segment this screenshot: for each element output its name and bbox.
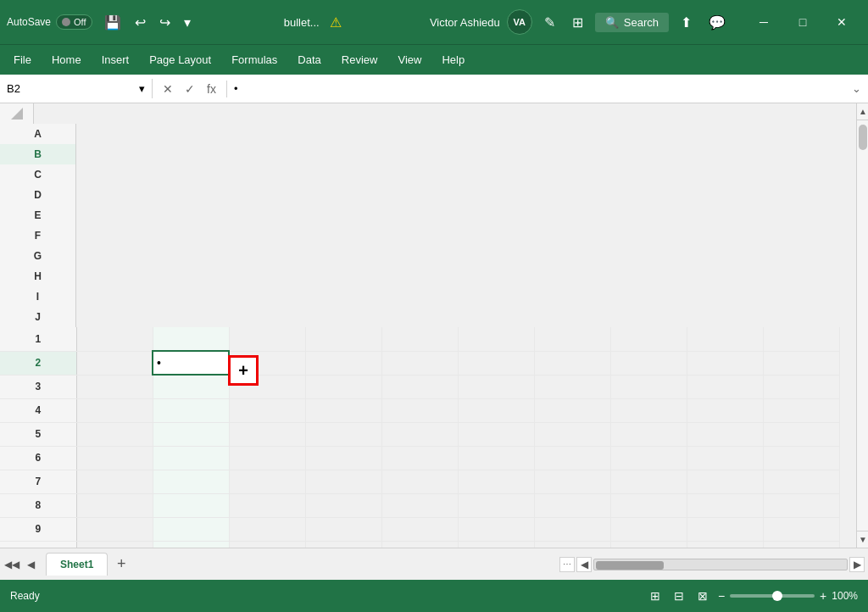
cell-D9[interactable] — [305, 517, 381, 541]
close-button[interactable]: ✕ — [822, 8, 861, 36]
cell-A9[interactable] — [76, 517, 153, 541]
col-header-B[interactable]: B — [0, 144, 76, 164]
cell-E5[interactable] — [381, 422, 458, 446]
cell-G5[interactable] — [534, 422, 610, 446]
cell-E6[interactable] — [381, 446, 458, 470]
cell-C9[interactable] — [229, 517, 305, 541]
scroll-thumb[interactable] — [859, 125, 867, 150]
name-box[interactable]: B2 ▾ — [0, 79, 153, 98]
cell-A2[interactable] — [76, 351, 153, 375]
zoom-out-button[interactable]: − — [718, 589, 725, 603]
cell-H10[interactable] — [610, 541, 687, 548]
cell-F10[interactable] — [458, 541, 534, 548]
cell-J10[interactable] — [763, 541, 839, 548]
cell-H3[interactable] — [610, 375, 687, 398]
menu-page-layout[interactable]: Page Layout — [139, 48, 221, 71]
col-header-A[interactable]: A — [0, 124, 76, 144]
quick-access-more-icon[interactable]: ▾ — [179, 11, 196, 34]
cell-A5[interactable] — [76, 422, 153, 446]
cell-J6[interactable] — [763, 446, 839, 470]
formula-expand-icon[interactable]: ⌄ — [845, 82, 868, 95]
cell-D2[interactable] — [305, 351, 381, 375]
vertical-scrollbar[interactable]: ▲ ▼ — [856, 103, 868, 548]
cell-B3[interactable] — [153, 375, 229, 398]
cell-B6[interactable] — [153, 446, 229, 470]
menu-formulas[interactable]: Formulas — [221, 48, 287, 71]
cell-B7[interactable] — [153, 470, 229, 493]
menu-home[interactable]: Home — [42, 48, 92, 71]
sheet-first-arrow[interactable]: ◀◀ — [3, 556, 20, 573]
menu-file[interactable]: File — [3, 48, 42, 71]
formula-confirm-btn[interactable]: ✓ — [181, 81, 198, 97]
cell-I4[interactable] — [687, 398, 763, 422]
cell-E8[interactable] — [381, 493, 458, 517]
cell-J9[interactable] — [763, 517, 839, 541]
row-header-9[interactable]: 9 — [0, 517, 76, 541]
save-icon[interactable]: 💾 — [99, 11, 126, 34]
cell-I6[interactable] — [687, 446, 763, 470]
row-header-8[interactable]: 8 — [0, 493, 76, 517]
view-normal-button[interactable]: ⊞ — [647, 587, 664, 604]
cell-F9[interactable] — [458, 517, 534, 541]
view-page-layout-button[interactable]: ⊟ — [670, 587, 687, 604]
cell-A1[interactable] — [76, 327, 153, 351]
menu-view[interactable]: View — [387, 48, 431, 71]
cell-B10[interactable] — [153, 541, 229, 548]
scroll-down-arrow[interactable]: ▼ — [857, 531, 868, 548]
h-scroll-track[interactable] — [593, 559, 848, 570]
cell-F5[interactable] — [458, 422, 534, 446]
menu-help[interactable]: Help — [431, 48, 475, 71]
cell-E7[interactable] — [381, 470, 458, 493]
cell-J4[interactable] — [763, 398, 839, 422]
row-header-3[interactable]: 3 — [0, 375, 76, 398]
cell-G2[interactable] — [534, 351, 610, 375]
cell-I10[interactable] — [687, 541, 763, 548]
menu-review[interactable]: Review — [331, 48, 388, 71]
more-options-icon[interactable]: ⋯ — [559, 557, 575, 572]
row-header-7[interactable]: 7 — [0, 470, 76, 493]
cell-D4[interactable] — [305, 398, 381, 422]
cell-F4[interactable] — [458, 398, 534, 422]
cell-B8[interactable] — [153, 493, 229, 517]
formula-input[interactable] — [227, 79, 845, 98]
cell-E4[interactable] — [381, 398, 458, 422]
cell-D7[interactable] — [305, 470, 381, 493]
zoom-track[interactable] — [730, 594, 815, 598]
cell-J3[interactable] — [763, 375, 839, 398]
cell-D6[interactable] — [305, 446, 381, 470]
row-header-6[interactable]: 6 — [0, 446, 76, 470]
cell-G4[interactable] — [534, 398, 610, 422]
cell-I3[interactable] — [687, 375, 763, 398]
scroll-track[interactable] — [857, 120, 868, 531]
cell-H2[interactable] — [610, 351, 687, 375]
cell-E9[interactable] — [381, 517, 458, 541]
cell-E2[interactable] — [381, 351, 458, 375]
cell-C10[interactable] — [229, 541, 305, 548]
cell-F3[interactable] — [458, 375, 534, 398]
grid-scroll-area[interactable]: A B C D E F G H I J — [0, 103, 856, 548]
cell-J7[interactable] — [763, 470, 839, 493]
cell-A10[interactable] — [76, 541, 153, 548]
cell-C4[interactable] — [229, 398, 305, 422]
redo-icon[interactable]: ↪ — [154, 11, 175, 34]
cell-F6[interactable] — [458, 446, 534, 470]
share-icon[interactable]: ⬆ — [676, 11, 697, 34]
cell-F8[interactable] — [458, 493, 534, 517]
cell-I5[interactable] — [687, 422, 763, 446]
cell-J1[interactable] — [763, 327, 839, 351]
col-header-I[interactable]: I — [0, 287, 76, 307]
cell-D3[interactable] — [305, 375, 381, 398]
cell-I7[interactable] — [687, 470, 763, 493]
col-header-H[interactable]: H — [0, 266, 76, 287]
cell-A3[interactable] — [76, 375, 153, 398]
col-header-D[interactable]: D — [0, 185, 76, 205]
cell-B5[interactable] — [153, 422, 229, 446]
cell-D5[interactable] — [305, 422, 381, 446]
col-header-J[interactable]: J — [0, 307, 76, 327]
menu-data[interactable]: Data — [287, 48, 331, 71]
cell-E1[interactable] — [381, 327, 458, 351]
row-header-10[interactable]: 10 — [0, 541, 76, 548]
cell-C7[interactable] — [229, 470, 305, 493]
autosave-toggle[interactable]: Off — [56, 14, 92, 30]
minimize-button[interactable]: ─ — [744, 8, 783, 36]
